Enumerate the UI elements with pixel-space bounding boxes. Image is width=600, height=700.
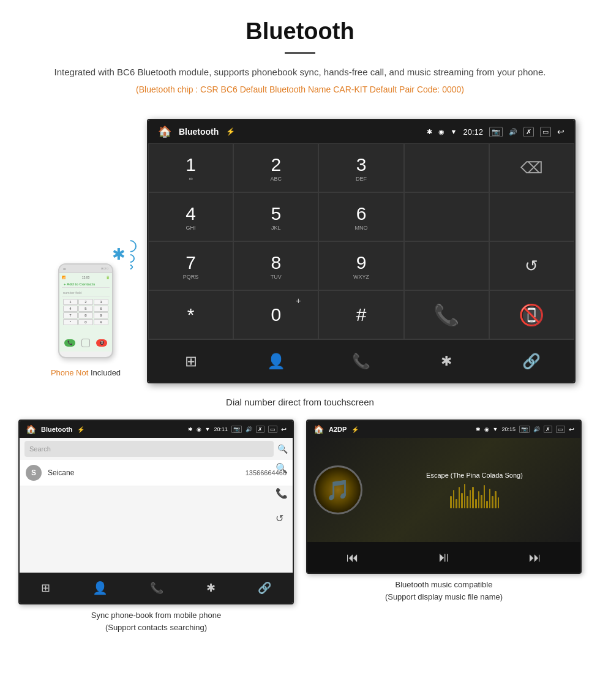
phone-not-included-label: Phone Not Included <box>51 368 121 377</box>
call-log-icon[interactable]: 📞 <box>346 353 377 370</box>
close-icon[interactable]: ✗ <box>523 127 534 137</box>
phonebook-screenshot-item: 🏠 Bluetooth ⚡ ✱ ◉ ▼ 20:11 📷 🔊 ✗ ▭ ↩ <box>18 420 294 633</box>
mu-screen-title: A2DP <box>329 426 347 433</box>
key-call-red[interactable]: 📵 <box>489 290 574 339</box>
music-frame: 🏠 A2DP ⚡ ✱ ◉ ▼ 20:15 📷 🔊 ✗ ▭ ↩ <box>306 420 582 574</box>
window-icon[interactable]: ▭ <box>540 127 551 137</box>
dial-status-bar: 🏠 Bluetooth ⚡ ✱ ◉ ▼ 20:12 📷 🔊 ✗ ▭ ↩ <box>148 120 574 143</box>
phone-red-call[interactable]: 📵 <box>96 339 107 347</box>
spectrum-visualizer <box>450 484 499 508</box>
key-call-green[interactable]: 📞 <box>404 290 489 339</box>
key-6[interactable]: 6 MNO <box>318 192 403 241</box>
pb-back-icon[interactable]: ↩ <box>281 426 287 434</box>
pb-call-btn[interactable]: 📞 <box>150 581 163 595</box>
pb-side-refresh[interactable]: ↺ <box>276 513 288 524</box>
key-0[interactable]: 0 + <box>233 290 318 339</box>
key-8[interactable]: 8 TUV <box>233 241 318 290</box>
play-pause-btn[interactable]: ⏯ <box>437 549 451 565</box>
mu-close-icon[interactable]: ✗ <box>544 426 552 433</box>
dial-screen-title: Bluetooth <box>179 127 219 137</box>
display-empty-1 <box>404 143 489 192</box>
search-placeholder: Search <box>29 445 51 453</box>
camera-icon[interactable]: 📷 <box>489 127 503 137</box>
wifi-icon: ▼ <box>451 128 457 135</box>
pb-side-search[interactable]: 🔍 <box>276 462 288 474</box>
description-text: Integrated with BC6 Bluetooth module, su… <box>37 65 563 80</box>
phone-green-call[interactable]: 📞 <box>64 339 75 347</box>
back-icon[interactable]: ↩ <box>557 127 564 137</box>
page-title: Bluetooth <box>37 18 563 45</box>
mu-time: 20:15 <box>501 426 516 432</box>
mu-loc-icon: ◉ <box>484 426 489 432</box>
dial-screen: 🏠 Bluetooth ⚡ ✱ ◉ ▼ 20:12 📷 🔊 ✗ ▭ ↩ 1 <box>147 119 576 383</box>
pb-cam-icon[interactable]: 📷 <box>231 426 242 433</box>
bottom-screenshots: 🏠 Bluetooth ⚡ ✱ ◉ ▼ 20:11 📷 🔊 ✗ ▭ ↩ <box>0 420 600 633</box>
key-7[interactable]: 7 PQRS <box>148 241 233 290</box>
key-2[interactable]: 2 ABC <box>233 143 318 192</box>
contact-initial: S <box>26 465 42 481</box>
phone-container: ✱ ••• MOTO 📶 12:00 🔋 + Add to Contact <box>24 119 147 383</box>
phonebook-toolbar: ⊞ 👤 📞 ✱ 🔗 <box>20 573 293 603</box>
mu-back-icon[interactable]: ↩ <box>569 426 574 434</box>
phone-mockup: ••• MOTO 📶 12:00 🔋 + Add to Contacts num… <box>58 263 113 358</box>
pb-bt-btn[interactable]: ✱ <box>206 581 216 595</box>
mu-bt-icon: ✱ <box>476 426 481 432</box>
music-caption: Bluetooth music compatible (Support disp… <box>385 579 503 603</box>
pb-loc-icon: ◉ <box>197 426 201 432</box>
bluetooth-specs: (Bluetooth chip : CSR BC6 Default Blueto… <box>37 85 563 94</box>
dial-caption: Dial number direct from touchscreen <box>0 390 600 420</box>
contact-name: Seicane <box>48 469 239 477</box>
contacts-icon[interactable]: 👤 <box>261 353 291 370</box>
pb-vol-icon[interactable]: 🔊 <box>246 426 252 432</box>
phonebook-search-btn[interactable]: 🔍 <box>277 444 288 454</box>
phone-home-btn[interactable] <box>81 339 90 347</box>
link-icon[interactable]: 🔗 <box>516 353 547 370</box>
dial-bottom-toolbar: ⊞ 👤 📞 ✱ 🔗 <box>148 339 574 382</box>
key-star[interactable]: * <box>148 290 233 339</box>
usb-icon: ⚡ <box>226 127 235 136</box>
bluetooth-signal-icon: ✱ <box>112 245 126 264</box>
mu-win-icon[interactable]: ▭ <box>556 426 565 433</box>
home-icon[interactable]: 🏠 <box>158 125 171 138</box>
pb-home-icon[interactable]: 🏠 <box>26 424 36 434</box>
mu-cam-icon[interactable]: 📷 <box>519 426 530 433</box>
header-section: Bluetooth Integrated with BC6 Bluetooth … <box>0 0 600 119</box>
pb-dialpad-btn[interactable]: ⊞ <box>41 581 50 595</box>
next-track-btn[interactable]: ⏭ <box>529 551 541 565</box>
pb-contacts-btn[interactable]: 👤 <box>92 581 108 595</box>
pb-win-icon[interactable]: ▭ <box>268 426 277 433</box>
key-refresh[interactable]: ↺ <box>489 241 574 290</box>
dial-pad-grid: 1 ∞ 2 ABC 3 DEF ⌫ <box>148 143 574 339</box>
mu-home-icon[interactable]: 🏠 <box>313 424 324 434</box>
key-9[interactable]: 9 WXYZ <box>318 241 403 290</box>
bt-status-icon: ✱ <box>427 128 432 136</box>
contact-row[interactable]: S Seicane 13566664466 <box>20 460 293 486</box>
prev-track-btn[interactable]: ⏮ <box>347 551 359 565</box>
key-backspace[interactable]: ⌫ <box>489 143 574 192</box>
pb-close-icon[interactable]: ✗ <box>256 426 264 433</box>
key-5[interactable]: 5 JKL <box>233 192 318 241</box>
music-info: Escape (The Pina Colada Song) <box>375 472 574 508</box>
song-title: Escape (The Pina Colada Song) <box>426 472 523 479</box>
music-status-bar: 🏠 A2DP ⚡ ✱ ◉ ▼ 20:15 📷 🔊 ✗ ▭ ↩ <box>307 421 580 438</box>
location-icon: ◉ <box>438 128 444 136</box>
pb-side-call[interactable]: 📞 <box>276 487 288 499</box>
volume-icon[interactable]: 🔊 <box>509 128 517 136</box>
music-content: 🎵 Escape (The Pina Colada Song) <box>307 438 580 542</box>
mu-vol-icon[interactable]: 🔊 <box>533 426 540 432</box>
key-hash[interactable]: # <box>318 290 403 339</box>
title-divider <box>285 52 315 54</box>
key-3[interactable]: 3 DEF <box>318 143 403 192</box>
pb-link-btn[interactable]: 🔗 <box>258 581 271 595</box>
music-screenshot-item: 🏠 A2DP ⚡ ✱ ◉ ▼ 20:15 📷 🔊 ✗ ▭ ↩ <box>306 420 582 633</box>
mu-usb-icon: ⚡ <box>351 426 359 433</box>
status-time: 20:12 <box>463 127 483 137</box>
phonebook-side-icons: 🔍 📞 ↺ <box>276 462 288 524</box>
dialpad-icon[interactable]: ⊞ <box>176 353 206 370</box>
key-4[interactable]: 4 GHI <box>148 192 233 241</box>
bluetooth-icon[interactable]: ✱ <box>431 353 462 369</box>
music-body: 🎵 Escape (The Pina Colada Song) <box>307 438 580 573</box>
pb-screen-title: Bluetooth <box>41 426 72 433</box>
dial-area: ✱ ••• MOTO 📶 12:00 🔋 + Add to Contact <box>0 119 600 383</box>
key-1[interactable]: 1 ∞ <box>148 143 233 192</box>
